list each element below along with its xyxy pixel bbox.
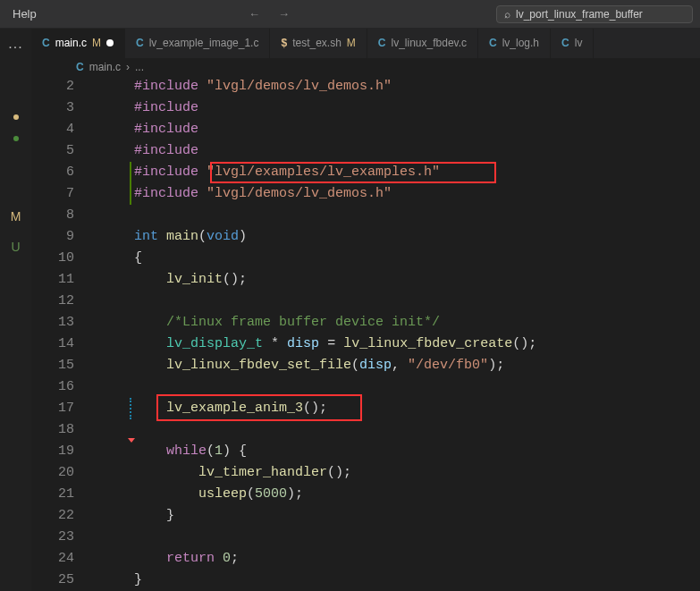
code-line[interactable]	[134, 376, 536, 398]
code-line[interactable]	[134, 419, 536, 441]
code-line[interactable]: int main(void)	[134, 226, 536, 248]
code-editor[interactable]: 2345678910111213141516171819202122232425…	[31, 76, 700, 591]
activity-bar: ··· M U	[0, 29, 31, 591]
file-icon: $	[281, 37, 287, 49]
code-line[interactable]: {	[134, 248, 536, 269]
code-line[interactable]: lv_timer_handler();	[134, 462, 536, 484]
code-line[interactable]: #include	[134, 119, 536, 140]
search-text: lv_port_linux_frame_buffer	[516, 8, 643, 21]
editor-tab[interactable]: Clv	[551, 29, 594, 58]
file-icon: C	[378, 37, 386, 49]
code-line[interactable]: #include	[134, 140, 536, 162]
code-line[interactable]: lv_linux_fbdev_set_file(disp, "/dev/fb0"…	[134, 355, 536, 376]
breadcrumb[interactable]: C main.c › ...	[31, 58, 700, 76]
tab-label: lv	[575, 37, 583, 49]
modified-indicator: M	[92, 37, 101, 49]
tab-label: test_ex.sh	[292, 37, 342, 49]
code-line[interactable]: lv_example_anim_3();	[134, 398, 536, 419]
code-line[interactable]: }	[134, 570, 536, 591]
file-icon: C	[489, 37, 497, 49]
tab-label: main.c	[55, 37, 87, 49]
scm-modified-indicator: M	[11, 209, 21, 224]
editor-tab[interactable]: Clv_linux_fbdev.c	[367, 29, 478, 58]
code-line[interactable]: lv_init();	[134, 269, 536, 291]
editor-tabs: Cmain.cMClv_example_image_1.c$test_ex.sh…	[31, 29, 700, 58]
file-icon: C	[136, 37, 144, 49]
code-line[interactable]: while(1) {	[134, 441, 536, 462]
chevron-right-icon: ›	[126, 61, 130, 73]
scm-untracked-indicator: U	[11, 240, 20, 254]
code-line[interactable]: #include "lvgl/examples/lv_examples.h"	[134, 162, 536, 183]
scm-dot-icon	[13, 136, 19, 141]
tab-label: lv_example_image_1.c	[149, 37, 259, 49]
code-line[interactable]: }	[134, 505, 536, 527]
scm-dot-icon	[13, 114, 19, 120]
nav-back[interactable]: ←	[243, 7, 266, 21]
editor-tab[interactable]: Cmain.cM	[31, 29, 125, 58]
overflow-icon[interactable]: ···	[8, 39, 22, 55]
editor-tab[interactable]: Clv_log.h	[478, 29, 551, 58]
code-line[interactable]	[134, 527, 536, 548]
code-line[interactable]: #include	[134, 97, 536, 119]
file-icon: C	[42, 37, 50, 49]
code-line[interactable]	[134, 291, 536, 312]
code-line[interactable]: #include "lvgl/demos/lv_demos.h"	[134, 183, 536, 205]
search-icon: ⌕	[504, 8, 510, 21]
code-line[interactable]: usleep(5000);	[134, 484, 536, 505]
breadcrumb-file: main.c	[89, 61, 121, 73]
help-menu[interactable]: Help	[7, 7, 42, 21]
code-line[interactable]: return 0;	[134, 548, 536, 570]
breadcrumb-more: ...	[135, 61, 144, 73]
code-line[interactable]: lv_display_t * disp = lv_linux_fbdev_cre…	[134, 333, 536, 355]
editor-tab[interactable]: Clv_example_image_1.c	[125, 29, 270, 58]
nav-forward[interactable]: →	[273, 7, 295, 21]
code-line[interactable]	[134, 205, 536, 226]
unsaved-dot-icon	[106, 39, 114, 46]
code-line[interactable]: #include "lvgl/demos/lv_demos.h"	[134, 76, 536, 97]
code-line[interactable]: /*Linux frame buffer device init*/	[134, 312, 536, 333]
modified-indicator: M	[347, 37, 356, 49]
editor-tab[interactable]: $test_ex.shM	[270, 29, 367, 58]
command-center[interactable]: ⌕ lv_port_linux_frame_buffer	[496, 5, 693, 23]
c-file-icon: C	[76, 61, 84, 73]
tab-label: lv_log.h	[502, 37, 539, 49]
tab-label: lv_linux_fbdev.c	[392, 37, 468, 49]
file-icon: C	[561, 37, 569, 49]
